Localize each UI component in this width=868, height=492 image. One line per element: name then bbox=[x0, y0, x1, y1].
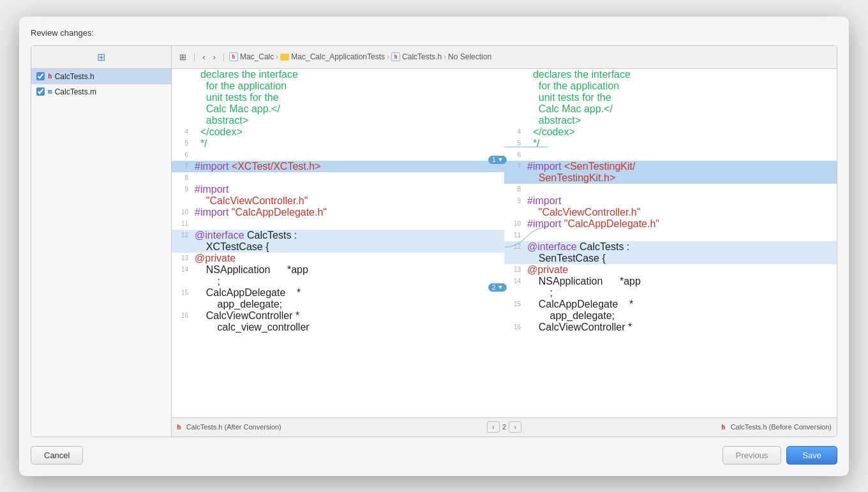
prev-change-button[interactable]: ‹ bbox=[200, 51, 207, 63]
toolbar-separator-2: | bbox=[223, 52, 225, 61]
status-file-icon-left: h bbox=[177, 423, 181, 431]
breadcrumb-part-2: Mac_Calc_ApplicationTests bbox=[291, 52, 385, 61]
change-badge-1[interactable]: 1 ▼ bbox=[488, 156, 507, 164]
diff-line: 11 bbox=[172, 218, 504, 230]
diff-line: 14 NSApplication *app bbox=[504, 276, 837, 287]
diff-line: for the application bbox=[172, 80, 504, 92]
breadcrumb-file-icon-2: h bbox=[391, 52, 400, 61]
diff-line: Calc Mac app.</ bbox=[172, 103, 504, 115]
diff-line-12-left: 12 @interface CalcTests : bbox=[172, 230, 504, 241]
status-right: h CalcTests.h (Before Conversion) bbox=[525, 423, 832, 431]
main-content: ⊞ h CalcTests.h m CalcTests.m ⊞ | ‹ › | bbox=[31, 45, 837, 437]
diff-left-side[interactable]: declares the interface for the applicati… bbox=[172, 69, 504, 417]
diff-line: 15 CalcAppDelegate * bbox=[504, 299, 837, 310]
diff-line: 15 CalcAppDelegate * bbox=[172, 287, 504, 299]
diff-line: 13 @private bbox=[172, 253, 504, 264]
diff-status-bar: h CalcTests.h (After Conversion) ‹ 2 › h… bbox=[172, 417, 837, 436]
breadcrumb-part-4: No Selection bbox=[448, 52, 491, 61]
diff-line-12-right: 12 @interface CalcTests : bbox=[504, 241, 837, 253]
status-next-button[interactable]: › bbox=[509, 421, 521, 433]
change-badge-1-number: 1 bbox=[492, 156, 496, 163]
diff-line: Calc Mac app.</ bbox=[504, 103, 837, 115]
toolbar-separator: | bbox=[193, 52, 195, 61]
review-changes-dialog: Review changes: ⊞ h CalcTests.h m CalcTe… bbox=[19, 17, 849, 476]
list-view-icon: ⊞ bbox=[97, 51, 105, 63]
diff-panel: ⊞ | ‹ › | h Mac_Calc › Mac_Calc_Applicat… bbox=[172, 46, 837, 436]
diff-line-12b-right: SenTestCase { bbox=[504, 253, 837, 264]
diff-toolbar: ⊞ | ‹ › | h Mac_Calc › Mac_Calc_Applicat… bbox=[172, 46, 837, 69]
diff-line: calc_view_controller bbox=[172, 322, 504, 333]
diff-line: declares the interface bbox=[504, 69, 837, 80]
save-button[interactable]: Save bbox=[786, 446, 837, 465]
diff-line-12b-left: XCTestCase { bbox=[172, 241, 504, 253]
diff-line: 14 NSApplication *app bbox=[172, 264, 504, 276]
dialog-title: Review changes: bbox=[31, 28, 837, 38]
change-badge-2[interactable]: 2 ▼ bbox=[488, 283, 507, 292]
file-type-icon-m: m bbox=[48, 87, 52, 96]
file-checkbox-m[interactable] bbox=[36, 87, 45, 96]
diff-line: 10 #import "CalcAppDelegate.h" bbox=[504, 218, 837, 230]
dialog-footer: Cancel Previous Save bbox=[31, 446, 837, 465]
diff-line-7b-right: SenTestingKit.h> bbox=[504, 172, 837, 184]
breadcrumb-sep-2: › bbox=[387, 52, 389, 61]
breadcrumb-file-icon: h bbox=[229, 52, 238, 61]
cancel-button[interactable]: Cancel bbox=[31, 446, 83, 465]
breadcrumb: h Mac_Calc › Mac_Calc_ApplicationTests ›… bbox=[229, 52, 491, 61]
diff-line: ; bbox=[504, 287, 837, 299]
diff-line-7-left: 7 #import <XCTest/XCTest.h> bbox=[172, 161, 504, 172]
diff-line: 10 #import "CalcAppDelegate.h" bbox=[172, 207, 504, 218]
file-type-icon-h: h bbox=[48, 72, 52, 80]
breadcrumb-part-3: CalcTests.h bbox=[402, 52, 442, 61]
diff-container: declares the interface for the applicati… bbox=[172, 69, 837, 417]
file-name-m: CalcTests.m bbox=[55, 87, 96, 96]
diff-line: 5 */ bbox=[172, 138, 504, 149]
previous-button[interactable]: Previous bbox=[722, 446, 782, 465]
diff-line: abstract> bbox=[504, 115, 837, 126]
diff-line: 8 bbox=[504, 184, 837, 195]
diff-line: 9 #import bbox=[504, 195, 837, 207]
status-left: h CalcTests.h (After Conversion) bbox=[177, 423, 483, 431]
breadcrumb-part-1: Mac_Calc bbox=[240, 52, 274, 61]
file-item-calc-tests-h[interactable]: h CalcTests.h bbox=[31, 69, 171, 84]
diff-right-side[interactable]: declares the interface for the applicati… bbox=[504, 69, 837, 417]
diff-line: 4 </codex> bbox=[504, 126, 837, 138]
footer-right: Previous Save bbox=[722, 446, 837, 465]
diff-right-label: CalcTests.h (Before Conversion) bbox=[731, 423, 832, 431]
diff-line: app_delegate; bbox=[504, 310, 837, 322]
diff-line: 11 bbox=[504, 230, 837, 241]
file-name-h: CalcTests.h bbox=[55, 72, 94, 81]
diff-line: app_delegate; bbox=[172, 299, 504, 310]
diff-line: unit tests for the bbox=[172, 92, 504, 103]
diff-line: 6 bbox=[504, 149, 837, 161]
diff-line: "CalcViewController.h" bbox=[504, 207, 837, 218]
change-badge-2-number: 2 bbox=[492, 284, 496, 291]
breadcrumb-sep-1: › bbox=[276, 52, 278, 61]
file-list-toolbar: ⊞ bbox=[31, 46, 171, 69]
grid-view-button[interactable]: ⊞ bbox=[177, 51, 189, 63]
status-center: ‹ 2 › bbox=[487, 421, 521, 433]
diff-line: 13 @private bbox=[504, 264, 837, 276]
diff-line: abstract> bbox=[172, 115, 504, 126]
breadcrumb-folder-icon bbox=[280, 54, 289, 61]
file-list-panel: ⊞ h CalcTests.h m CalcTests.m bbox=[31, 46, 172, 436]
diff-line: 8 bbox=[172, 172, 504, 184]
diff-line: 4 </codex> bbox=[172, 126, 504, 138]
change-badge-1-arrow: ▼ bbox=[498, 156, 504, 163]
status-prev-button[interactable]: ‹ bbox=[487, 421, 500, 433]
next-change-button[interactable]: › bbox=[210, 51, 218, 63]
change-badge-2-arrow: ▼ bbox=[498, 284, 504, 290]
file-item-calc-tests-m[interactable]: m CalcTests.m bbox=[31, 84, 171, 100]
diff-line: 9 #import bbox=[172, 184, 504, 195]
breadcrumb-sep-3: › bbox=[444, 52, 446, 61]
diff-line: 5 */ bbox=[504, 138, 837, 149]
diff-line: "CalcViewController.h" bbox=[172, 195, 504, 207]
status-file-icon-right: h bbox=[721, 423, 726, 431]
diff-left-label: CalcTests.h (After Conversion) bbox=[186, 423, 281, 431]
diff-line: declares the interface bbox=[172, 69, 504, 80]
diff-line: for the application bbox=[504, 80, 837, 92]
diff-line: ; bbox=[172, 276, 504, 287]
file-checkbox-h[interactable] bbox=[36, 72, 45, 80]
status-change-number: 2 bbox=[502, 423, 506, 431]
diff-line: 16 CalcViewController * bbox=[172, 310, 504, 322]
diff-line: 16 CalcViewController * bbox=[504, 322, 837, 333]
